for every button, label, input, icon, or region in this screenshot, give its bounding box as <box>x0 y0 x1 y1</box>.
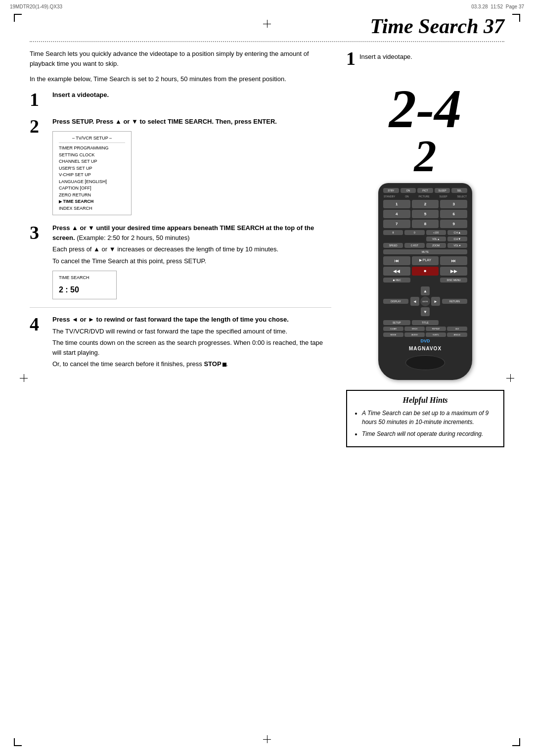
step-4-bold: Press ◄ or ► to rewind or fast forward t… <box>52 316 289 323</box>
sleep-button[interactable]: SLEEP <box>435 188 450 193</box>
record-btn[interactable]: ⏺ REC <box>383 278 410 283</box>
skip-fwd-btn[interactable]: ⏭ <box>440 256 467 265</box>
step-2-content: Press SETUP. Press ▲ or ▼ to select TIME… <box>52 117 331 216</box>
remote-control: STBY ON PICT SLEEP SEL STANDBYONPICTURES… <box>378 183 472 380</box>
right-step1-number: 1 <box>346 49 356 68</box>
empty3 <box>412 278 439 283</box>
corner-mark-bl <box>14 738 22 746</box>
ts-value: 2 : 50 <box>59 284 110 296</box>
display-btn[interactable]: DISPLAY <box>383 299 408 304</box>
btn-pause[interactable]: II <box>383 230 403 235</box>
disc-menu-btn[interactable]: DISC MENU <box>440 278 467 283</box>
right-step1-text: Insert a videotape. <box>359 49 412 60</box>
ch-up[interactable]: CH▲ <box>447 230 467 235</box>
right-column: 1 Insert a videotape. 2-4 2 STBY ON PICT… <box>346 49 504 447</box>
arrow-left[interactable]: ◄ <box>410 297 419 306</box>
return-btn[interactable]: RETURN <box>442 299 467 304</box>
repeat-btn[interactable]: REPEAT <box>426 327 446 331</box>
menu-item-6: LANGUAGE [ENGLISH] <box>59 179 125 186</box>
title-btn[interactable]: TITLE <box>412 320 439 325</box>
standby-button[interactable]: STBY <box>383 188 399 193</box>
subtitle-btn[interactable]: SUBTL <box>426 332 446 337</box>
step-2-number: 2 <box>30 117 47 136</box>
btn-8[interactable]: 8 <box>412 220 439 228</box>
page-title: Time Search 37 <box>370 15 504 38</box>
audio-btn[interactable]: AUDIO <box>404 332 425 337</box>
mode-btn[interactable]: MODE <box>383 332 403 337</box>
page-meta: 19MDTR20(1-49).QX33 03.3.28 11:52 Page 3… <box>0 0 534 9</box>
right-step1: 1 Insert a videotape. <box>346 49 504 68</box>
dvd-logo: DVD <box>383 338 467 343</box>
empty2 <box>404 236 424 241</box>
btn-4[interactable]: 4 <box>383 210 410 218</box>
arrow-right[interactable]: ► <box>431 297 440 306</box>
btn-9[interactable]: 9 <box>440 220 467 228</box>
ts-header: TIME SEARCH <box>59 274 110 281</box>
play-btn[interactable]: ▶ PLAY <box>412 256 439 265</box>
btn-5[interactable]: 5 <box>412 210 439 218</box>
stop-btn[interactable]: ■ <box>412 267 439 276</box>
menu-item-1: TIMER PROGRAMMING <box>59 145 125 152</box>
corner-mark-br <box>512 738 520 746</box>
btn-3[interactable]: 3 <box>440 200 467 208</box>
searchmode-btn[interactable]: SRCH <box>404 327 425 331</box>
rewind-btn[interactable]: ◀◀ <box>383 267 410 276</box>
clear-btn[interactable]: CLEAR <box>383 327 403 331</box>
meta-datetime: 03.3.28 11:52 Page 37 <box>471 4 524 9</box>
select-button[interactable]: SEL <box>451 188 467 193</box>
remote-numpad: 1 2 3 4 5 6 7 8 9 <box>383 200 467 228</box>
step-4-p1: The TV/VCR/DVD will rewind or fast forwa… <box>52 327 331 336</box>
time-search-screen: TIME SEARCH 2 : 50 <box>52 271 117 299</box>
big-number-2: 2 <box>414 136 437 176</box>
enter-center[interactable]: ENTR <box>420 296 430 306</box>
main-layout: Time Search lets you quickly advance the… <box>0 49 534 447</box>
crosshair-left <box>20 374 28 382</box>
step-4: 4 Press ◄ or ► to rewind or fast forward… <box>30 307 331 371</box>
menu-item-3: CHANNEL SET UP <box>59 158 125 165</box>
step-2-text: Press SETUP. Press ▲ or ▼ to select TIME… <box>52 118 277 125</box>
speed-btn[interactable]: SPEED <box>383 243 403 248</box>
helpful-hints-list: A Time Search can be set up to a maximum… <box>354 409 496 438</box>
btn-plus100[interactable]: +100 <box>426 230 446 235</box>
step-4-p2: The time counts down on the screen as th… <box>52 338 331 357</box>
stop-square-icon <box>222 363 226 367</box>
btn-0[interactable]: 0 <box>404 230 424 235</box>
btn-7[interactable]: 7 <box>383 220 410 228</box>
step-4-p3: Or, to cancel the time search before it … <box>52 359 331 369</box>
remote-top-strip: STBY ON PICT SLEEP SEL <box>383 188 467 193</box>
empty4 <box>440 320 467 325</box>
step-4-number: 4 <box>30 315 47 333</box>
angle-btn[interactable]: ANGLE <box>447 332 467 337</box>
on-button[interactable]: ON <box>400 188 416 193</box>
mute-btn[interactable]: MUTE <box>383 249 467 254</box>
arrow-up[interactable]: ▲ <box>421 286 430 295</box>
remote-bottom-oval <box>405 355 445 370</box>
setup-btn[interactable]: SETUP <box>383 320 410 325</box>
menu-screen: – TV/VCR SETUP – TIMER PROGRAMMING SETTI… <box>52 131 132 215</box>
menu-item-index-search: INDEX SEARCH <box>59 205 125 212</box>
arrow-down[interactable]: ▼ <box>421 307 430 316</box>
creset-btn[interactable]: C-RST <box>404 243 424 248</box>
menu-item-time-search: TIME SEARCH <box>59 198 125 205</box>
crosshair-top <box>263 20 271 28</box>
remote-top-label-row: STANDBYONPICTURESLEEPSELECT <box>383 195 467 198</box>
helpful-hints-box: Helpful Hints A Time Search can be set u… <box>346 390 504 447</box>
vol-up[interactable]: VOL▲ <box>426 236 446 241</box>
abt-btn[interactable]: A-B <box>447 327 467 331</box>
vol-down[interactable]: VOL▼ <box>447 243 467 248</box>
picture-button[interactable]: PICT <box>417 188 433 193</box>
big-overlay-numbers: 2-4 <box>389 82 462 136</box>
btn-2[interactable]: 2 <box>412 200 439 208</box>
remote-brand: MAGNAVOX <box>383 346 467 351</box>
btn-6[interactable]: 6 <box>440 210 467 218</box>
ch-down[interactable]: CH▼ <box>447 236 467 241</box>
ffwd-btn[interactable]: ▶▶ <box>440 267 467 276</box>
skip-back-btn[interactable]: ⏮ <box>383 256 410 265</box>
step-3-detail2: Each press of ▲ or ▼ increases or decrea… <box>52 244 331 254</box>
step-3-detail3: To cancel the Time Search at this point,… <box>52 256 331 266</box>
btn-1[interactable]: 1 <box>383 200 410 208</box>
zoom-btn[interactable]: ZOOM <box>426 243 446 248</box>
hint-2: Time Search will not operate during reco… <box>362 429 496 438</box>
step-4-content: Press ◄ or ► to rewind or fast forward t… <box>52 315 331 371</box>
helpful-hints-title: Helpful Hints <box>354 396 496 405</box>
